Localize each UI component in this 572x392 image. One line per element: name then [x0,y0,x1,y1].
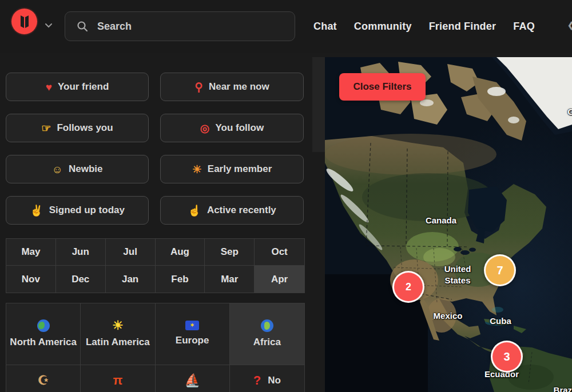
filter-follows-you[interactable]: ☞ Follows you [6,114,149,142]
region-label: Latin America [86,336,150,349]
surfer-icon: ⛵ [184,374,200,387]
map-label-brazil-partial: Brazil [554,385,572,392]
filter-label: Follows you [57,122,113,134]
filter-early-member[interactable]: ☀ Early member [160,155,304,183]
sunrise-icon: ☀ [192,164,202,175]
map-label-greenland-partial: G [567,106,572,118]
main-nav: Chat Community Friend Finder FAQ [313,0,535,53]
map-label-line: States [444,275,471,286]
region-north-america[interactable]: North America [6,303,81,365]
sun-icon: ☀ [112,319,124,332]
region-middle-east[interactable]: ☪ [6,365,81,392]
close-filters-button[interactable]: Close Filters [339,73,426,101]
region-label: North America [10,336,77,349]
month-jul[interactable]: Jul [106,239,156,266]
month-jun[interactable]: Jun [56,239,106,266]
filter-label: Newbie [69,163,103,175]
region-label: Europe [176,334,209,347]
filter-label: Your friend [58,81,109,93]
month-dec[interactable]: Dec [56,266,106,293]
chevron-down-icon[interactable] [45,23,52,28]
region-oceania[interactable]: ⛵ [156,365,230,392]
map-label-canada: Canada [426,215,456,226]
filter-newbie[interactable]: ☺ Newbie [6,155,149,183]
month-apr-selected[interactable]: Apr [255,266,304,293]
filter-your-friend[interactable]: ♥ Your friend [6,73,149,101]
search-box[interactable] [65,11,295,41]
month-nov[interactable]: Nov [6,266,56,293]
map-label-cuba: Cuba [490,315,511,327]
thumbs-up-icon: ☝ [188,205,201,216]
nav-community[interactable]: Community [354,21,412,33]
filter-label: Active recently [207,205,276,216]
filter-label: Near me now [209,81,269,93]
filter-label: Early member [208,163,272,175]
region-europe[interactable]: ✶ Europe [156,303,230,365]
app-logo[interactable] [11,9,37,34]
region-latin-america[interactable]: ☀ Latin America [81,303,155,365]
scrollbar-strip[interactable] [312,57,325,152]
region-asia[interactable]: π [81,365,155,392]
map-label-united-states: United States [444,263,471,286]
filter-near-me-now[interactable]: ⚲ Near me now [160,73,304,101]
region-africa-selected[interactable]: Africa [230,303,304,365]
torii-gate-icon: π [113,374,122,387]
map-cluster-marker-2[interactable]: 2 [392,271,424,303]
month-jan[interactable]: Jan [106,266,156,293]
nav-friend-finder[interactable]: Friend Finder [429,21,496,33]
search-icon [77,21,88,32]
filter-active-recently[interactable]: ☝ Active recently [160,196,304,225]
mosque-icon: ☪ [38,374,49,387]
month-sep[interactable]: Sep [205,239,255,266]
nav-chat[interactable]: Chat [313,21,337,33]
month-oct[interactable]: Oct [255,239,304,266]
map-label-line: United [444,263,471,275]
month-feb[interactable]: Feb [156,266,205,293]
filter-you-follow[interactable]: ◎ You follow [160,114,304,142]
nav-overflow-partial-icon[interactable]: ❮ [567,21,572,30]
globe-africa-icon [261,319,273,332]
top-bar: Chat Community Friend Finder FAQ ❮ [0,0,572,53]
baby-icon: ☺ [52,164,63,175]
question-mark-icon: ? [253,374,261,387]
filter-label: Signed up today [49,205,125,216]
satellite-map[interactable]: Canada United States Mexico Cuba Ecuador… [325,57,572,392]
month-filter-grid: May Jun Jul Aug Sep Oct Nov Dec Jan Feb … [6,238,305,293]
month-may[interactable]: May [6,239,56,266]
folded-map-icon [17,14,32,29]
filter-buttons-panel: ♥ Your friend ⚲ Near me now ☞ Follows yo… [6,73,304,225]
nav-faq[interactable]: FAQ [513,21,535,33]
heart-icon: ♥ [46,82,52,93]
round-pushpin-icon: ⚲ [194,81,203,93]
filter-label: You follow [215,122,264,134]
map-cluster-marker-7[interactable]: 7 [484,254,516,286]
target-icon: ◎ [200,123,210,134]
map-cluster-marker-3[interactable]: 3 [491,341,523,373]
region-no-location[interactable]: ? No [230,365,304,392]
month-aug[interactable]: Aug [156,239,205,266]
waving-hand-icon: ✌ [30,205,43,216]
search-input[interactable] [96,20,295,33]
map-label-mexico: Mexico [434,310,463,322]
region-label: No [268,374,281,387]
filter-signed-up-today[interactable]: ✌ Signed up today [6,196,149,225]
globe-americas-icon [37,319,50,332]
pointing-finger-icon: ☞ [41,123,51,134]
region-filter-grid: North America ☀ Latin America ✶ Europe A… [6,303,305,392]
month-mar[interactable]: Mar [205,266,255,293]
region-label: Africa [253,336,281,349]
eu-flag-icon: ✶ [185,321,199,330]
